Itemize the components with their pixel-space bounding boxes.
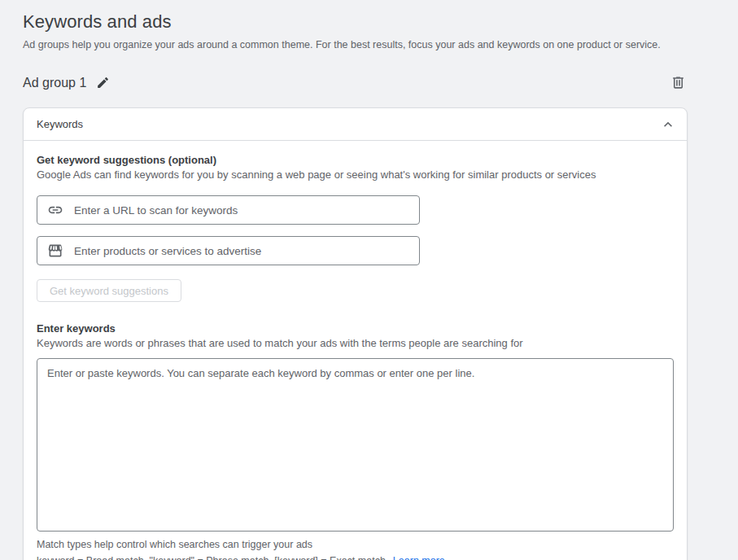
- get-keyword-suggestions-button[interactable]: Get keyword suggestions: [37, 279, 181, 302]
- ad-group-name: Ad group 1: [23, 76, 86, 90]
- chevron-up-icon[interactable]: [660, 116, 676, 133]
- storefront-icon: [47, 243, 63, 259]
- page-subtitle: Ad groups help you organize your ads aro…: [23, 39, 715, 50]
- keywords-card-body: Get keyword suggestions (optional) Googl…: [24, 141, 687, 560]
- ad-group-title-group: Ad group 1: [23, 74, 111, 91]
- match-types-line: keyword = Broad match "keyword" = Phrase…: [37, 555, 674, 560]
- delete-ad-group-button[interactable]: [669, 73, 688, 92]
- keywords-card-title: Keywords: [37, 118, 83, 130]
- match-types-examples: keyword = Broad match "keyword" = Phrase…: [37, 555, 386, 560]
- keywords-card: Keywords Get keyword suggestions (option…: [23, 107, 688, 560]
- learn-more-link[interactable]: Learn more: [393, 555, 445, 560]
- suggestions-heading: Get keyword suggestions (optional): [37, 154, 674, 166]
- enter-keywords-heading: Enter keywords: [37, 322, 674, 335]
- link-icon: [47, 202, 63, 218]
- match-types-help: Match types help control which searches …: [37, 539, 674, 550]
- suggestions-description: Google Ads can find keywords for you by …: [37, 168, 674, 181]
- pencil-icon: [96, 76, 110, 90]
- trash-icon: [670, 75, 686, 90]
- edit-ad-group-button[interactable]: [94, 74, 111, 91]
- url-input[interactable]: [74, 196, 409, 224]
- products-input[interactable]: [74, 237, 409, 265]
- page-title: Keywords and ads: [23, 11, 738, 33]
- url-input-field: [37, 195, 420, 225]
- products-input-field: [37, 236, 420, 265]
- enter-keywords-description: Keywords are words or phrases that are u…: [37, 337, 674, 349]
- keywords-textarea[interactable]: [37, 358, 674, 532]
- ad-group-row: Ad group 1: [23, 73, 688, 92]
- keywords-card-header[interactable]: Keywords: [24, 108, 687, 141]
